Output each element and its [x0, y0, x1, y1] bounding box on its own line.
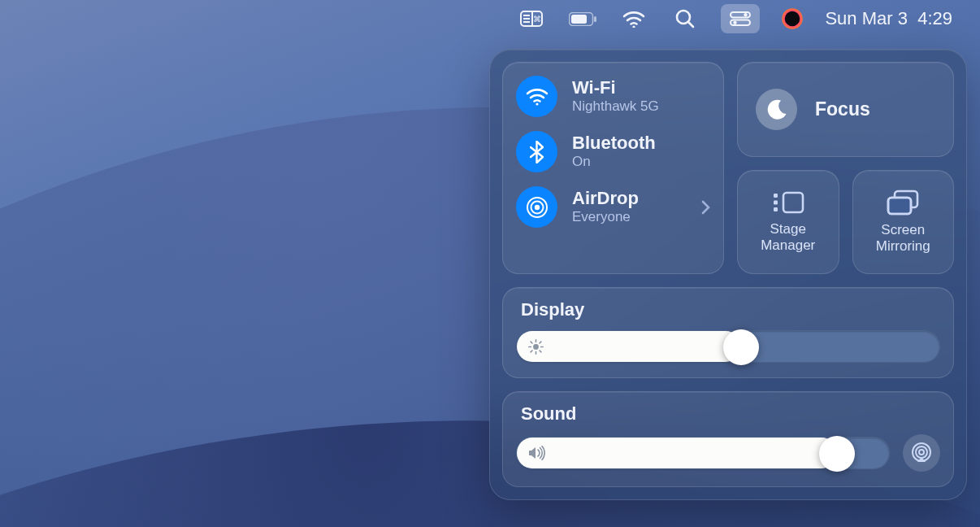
volume-slider[interactable] [516, 437, 890, 469]
stage-manager-button[interactable]: Stage Manager [737, 170, 839, 274]
display-heading: Display [516, 299, 940, 320]
svg-rect-27 [888, 198, 911, 214]
screen-mirroring-label: Screen Mirroring [876, 222, 930, 254]
airdrop-toggle[interactable]: AirDrop Everyone [516, 186, 710, 228]
sound-module: Sound [502, 391, 954, 487]
wifi-title: Wi-Fi [572, 78, 710, 97]
svg-point-18 [536, 102, 538, 105]
svg-point-19 [534, 204, 539, 209]
svg-line-36 [531, 351, 532, 352]
svg-rect-7 [571, 15, 587, 24]
airdrop-title: AirDrop [572, 189, 686, 207]
keyboard-input-menu-icon[interactable]: ⌘ [516, 4, 547, 33]
svg-rect-8 [594, 16, 596, 22]
network-module: Wi-Fi Nighthawk 5G Bluetooth On [502, 62, 724, 274]
airplay-audio-button[interactable] [903, 434, 940, 472]
siri-icon[interactable] [780, 4, 804, 33]
display-module: Display [502, 287, 954, 378]
svg-line-37 [540, 342, 541, 343]
bluetooth-toggle[interactable]: Bluetooth On [516, 131, 710, 172]
battery-icon[interactable] [567, 4, 598, 33]
stage-manager-label: Stage Manager [761, 221, 815, 253]
wifi-icon [516, 76, 557, 117]
screen-mirroring-icon [886, 189, 920, 216]
spotlight-search-icon[interactable] [670, 4, 700, 33]
menubar: ⌘ [0, 0, 980, 37]
bluetooth-icon [516, 131, 557, 172]
svg-point-9 [633, 25, 635, 28]
svg-point-39 [916, 446, 927, 458]
stage-manager-icon [771, 190, 805, 215]
svg-rect-25 [774, 207, 778, 211]
focus-title: Focus [815, 98, 870, 120]
svg-line-35 [540, 351, 541, 352]
bluetooth-title: Bluetooth [572, 133, 710, 152]
svg-rect-24 [774, 201, 778, 205]
wifi-status: Nighthawk 5G [572, 98, 710, 115]
svg-point-15 [734, 21, 737, 24]
sun-icon [528, 339, 544, 355]
control-center-icon[interactable] [721, 4, 760, 33]
brightness-slider[interactable] [516, 330, 940, 363]
sound-heading: Sound [516, 403, 940, 425]
svg-line-11 [688, 22, 693, 27]
moon-icon [756, 89, 797, 130]
airdrop-icon [516, 186, 557, 228]
svg-line-34 [531, 342, 532, 343]
svg-point-13 [744, 13, 748, 16]
menubar-clock[interactable]: Sun Mar 3 4:29 [825, 8, 952, 29]
control-center-panel: Wi-Fi Nighthawk 5G Bluetooth On [489, 49, 967, 500]
wifi-toggle[interactable]: Wi-Fi Nighthawk 5G [516, 76, 710, 117]
svg-point-29 [533, 344, 539, 350]
airdrop-status: Everyone [572, 209, 686, 225]
svg-point-38 [919, 450, 924, 455]
wifi-menu-icon[interactable] [618, 4, 649, 33]
airplay-icon [911, 442, 932, 464]
screen-mirroring-button[interactable]: Screen Mirroring [852, 170, 955, 274]
svg-text:⌘: ⌘ [533, 15, 541, 24]
chevron-right-icon[interactable] [700, 200, 710, 215]
focus-toggle[interactable]: Focus [737, 62, 954, 157]
speaker-icon [528, 446, 546, 460]
bluetooth-status: On [572, 154, 710, 170]
svg-rect-22 [783, 193, 803, 212]
svg-rect-23 [774, 194, 778, 198]
